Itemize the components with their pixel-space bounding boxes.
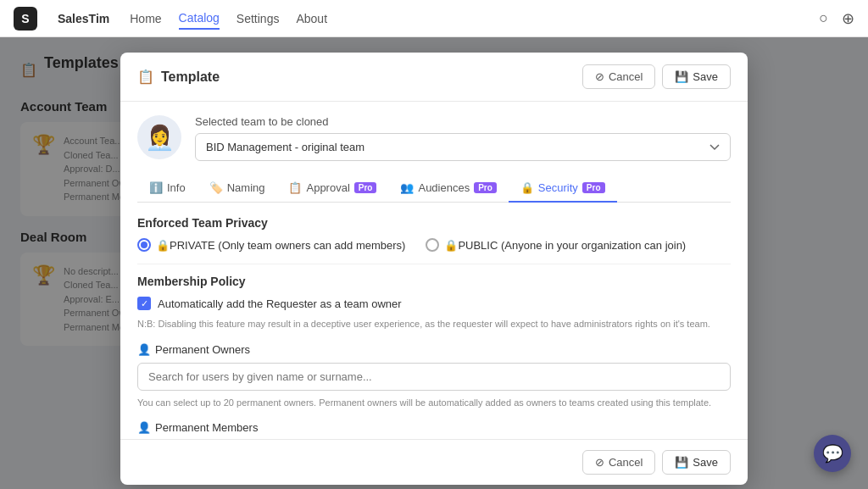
- auto-add-label: Automatically add the Requester as a tea…: [158, 297, 402, 310]
- team-selector-content: Selected team to be cloned BID Managemen…: [195, 115, 731, 161]
- owners-helper-text: You can select up to 20 permanent owners…: [137, 396, 731, 410]
- audiences-pro-badge: Pro: [474, 182, 497, 193]
- nav-catalog[interactable]: Catalog: [179, 8, 220, 30]
- modal-overlay: 📋 Template ⊘ Cancel 💾 Save: [0, 37, 868, 489]
- nav-home[interactable]: Home: [130, 8, 161, 29]
- permanent-members-label: 👤 Permanent Members: [137, 421, 731, 434]
- nav-links: Home Catalog Settings About: [130, 8, 327, 30]
- nav-settings[interactable]: Settings: [236, 8, 280, 29]
- privacy-radio-group: 🔒PRIVATE (Only team owners can add membe…: [137, 238, 731, 252]
- cancel-button-header[interactable]: ⊘ Cancel: [582, 64, 655, 89]
- info-tab-icon: ℹ️: [149, 181, 163, 194]
- cancel-icon-header: ⊘: [595, 70, 604, 83]
- public-radio-option[interactable]: 🔒PUBLIC (Anyone in your organization can…: [426, 238, 686, 252]
- modal-header: 📋 Template ⊘ Cancel 💾 Save: [120, 53, 748, 102]
- nav-right-actions: ○ ⊕: [819, 9, 854, 28]
- approval-pro-badge: Pro: [354, 182, 377, 193]
- security-tab-icon: 🔒: [520, 181, 534, 194]
- modal-tabs: ℹ️ Info 🏷️ Naming 📋 Approval Pro 👥: [137, 175, 731, 203]
- save-icon-header: 💾: [675, 70, 688, 83]
- team-selector-row: 👩‍💼 Selected team to be cloned BID Manag…: [137, 115, 731, 161]
- permanent-owners-section: 👤 Permanent Owners You can select up to …: [137, 343, 731, 410]
- team-avatar: 👩‍💼: [137, 115, 181, 159]
- members-emoji: 👤: [137, 421, 151, 434]
- privacy-section-title: Enforced Team Privacy: [137, 216, 731, 230]
- modal-body: 👩‍💼 Selected team to be cloned BID Manag…: [120, 102, 748, 439]
- team-select-dropdown[interactable]: BID Management - original team: [195, 133, 731, 161]
- modal-header-actions: ⊘ Cancel 💾 Save: [582, 64, 731, 89]
- security-tab-content: Enforced Team Privacy 🔒PRIVATE (Only tea…: [137, 216, 731, 439]
- approval-tab-icon: 📋: [288, 181, 302, 194]
- nav-about[interactable]: About: [296, 8, 327, 29]
- chat-icon: 💬: [822, 443, 843, 464]
- chat-button[interactable]: 💬: [814, 435, 851, 472]
- modal-footer: ⊘ Cancel 💾 Save: [120, 439, 748, 485]
- brand-logo: S: [14, 7, 37, 31]
- notification-icon[interactable]: ○: [819, 9, 828, 27]
- membership-section: Membership Policy Automatically add the …: [137, 275, 731, 439]
- private-radio-label: 🔒PRIVATE (Only team owners can add membe…: [156, 239, 405, 252]
- private-radio-dot: [137, 238, 151, 252]
- owners-emoji: 👤: [137, 343, 151, 356]
- permanent-owners-label: 👤 Permanent Owners: [137, 343, 731, 356]
- owners-search-input[interactable]: [137, 363, 731, 391]
- naming-tab-icon: 🏷️: [209, 181, 223, 194]
- security-pro-badge: Pro: [582, 182, 605, 193]
- membership-section-title: Membership Policy: [137, 275, 731, 288]
- team-selector-label: Selected team to be cloned: [195, 115, 731, 128]
- public-radio-dot: [426, 238, 439, 252]
- brand-name: SalesTim: [58, 12, 109, 25]
- auto-add-checkbox[interactable]: [137, 297, 151, 310]
- page-background: 📋 Templates Catalog Account Team 🏆 Accou…: [0, 37, 868, 489]
- public-radio-label: 🔒PUBLIC (Anyone in your organization can…: [444, 239, 686, 252]
- modal-title: 📋 Template: [137, 69, 220, 85]
- cancel-button-footer[interactable]: ⊘ Cancel: [582, 450, 655, 475]
- tab-info[interactable]: ℹ️ Info: [137, 175, 198, 203]
- cancel-icon-footer: ⊘: [595, 456, 604, 469]
- permanent-members-section: 👤 Permanent Members You can select up to…: [137, 421, 731, 439]
- tab-naming[interactable]: 🏷️ Naming: [198, 175, 277, 203]
- top-navigation: S SalesTim Home Catalog Settings About ○…: [0, 0, 868, 37]
- auto-add-checkbox-row: Automatically add the Requester as a tea…: [137, 297, 731, 310]
- save-button-header[interactable]: 💾 Save: [662, 64, 731, 89]
- section-divider: [137, 264, 731, 264]
- template-modal: 📋 Template ⊘ Cancel 💾 Save: [120, 53, 748, 485]
- globe-icon[interactable]: ⊕: [842, 9, 854, 28]
- tab-security[interactable]: 🔒 Security Pro: [509, 175, 617, 203]
- tab-audiences[interactable]: 👥 Audiences Pro: [388, 175, 508, 203]
- save-button-footer[interactable]: 💾 Save: [662, 450, 731, 475]
- save-icon-footer: 💾: [675, 456, 688, 469]
- audiences-tab-icon: 👥: [400, 181, 414, 194]
- auto-add-note: N:B: Disabling this feature may result i…: [137, 317, 731, 331]
- private-radio-option[interactable]: 🔒PRIVATE (Only team owners can add membe…: [137, 238, 405, 252]
- tab-approval[interactable]: 📋 Approval Pro: [276, 175, 388, 203]
- template-icon: 📋: [137, 69, 154, 85]
